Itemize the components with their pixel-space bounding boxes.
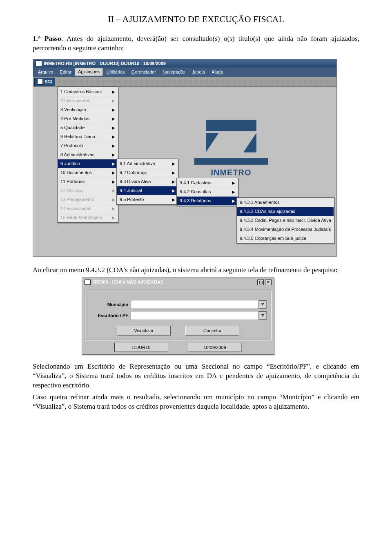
status-user: DIJUR10 — [114, 343, 168, 352]
menu-aplicacoes[interactable]: Aplicações — [75, 68, 103, 76]
submenu-arrow-icon: ▶ — [172, 179, 175, 185]
menu-item[interactable]: 3 Verificação▶ — [58, 105, 118, 114]
menu-item[interactable]: 9.4.3 Relatórios▶ — [177, 197, 238, 205]
menu-arquivo[interactable]: Arquivo — [35, 68, 56, 76]
menu-editar[interactable]: Editar — [56, 68, 75, 76]
menu-aplicacoes-dropdown[interactable]: 1 Cadastros Básicos▶2 Instrumentos▶3 Ver… — [57, 87, 118, 223]
page-title: II – AJUIZAMENTO DE EXECUÇÃO FISCAL — [33, 13, 359, 25]
toolbar: SGI — [33, 77, 336, 87]
app-icon — [36, 60, 42, 66]
workspace: INMETRO 1 Cadastros Básicos▶2 Instrument… — [33, 87, 336, 256]
submenu-arrow-icon: ▶ — [112, 206, 115, 212]
submenu-arrow-icon: ▶ — [112, 107, 115, 113]
inmetro-logo: INMETRO — [188, 120, 274, 178]
menu-item[interactable]: 9.2 Cobrança▶ — [117, 168, 178, 177]
visualizar-button[interactable]: Visualizar — [117, 326, 171, 336]
step-label: 1.° Passo — [33, 35, 61, 43]
submenu-arrow-icon: ▶ — [232, 180, 235, 186]
submenu-arrow-icon: ▶ — [172, 170, 175, 176]
menu-item[interactable]: 9.4.3.2 CDAs não ajuizadas — [237, 207, 334, 216]
menu-item[interactable]: 9.1 Administrativo▶ — [117, 159, 178, 168]
dialog-title: JR5360 - CDA's NÃO AJUIZADAS — [92, 279, 163, 285]
submenu-arrow-icon: ▶ — [112, 188, 115, 194]
titlebar-text: INMETRO-RS [INMETRO - DIJUR10] DIJUR10 -… — [44, 60, 166, 67]
dialog-titlebar: JR5360 - CDA's NÃO AJUIZADAS ▢ × — [82, 278, 274, 286]
menu-item[interactable]: 1 Cadastros Básicos▶ — [58, 87, 118, 96]
submenu-arrow-icon: ▶ — [172, 188, 175, 194]
menu-item[interactable]: 9 Jurídico▶ — [58, 159, 118, 168]
status-date: 10/09/2009 — [188, 343, 242, 352]
submenu-arrow-icon: ▶ — [232, 198, 235, 204]
submenu-arrow-icon: ▶ — [112, 170, 115, 176]
label-municipio: Município — [89, 302, 128, 308]
menu-item[interactable]: 9.4.3.5 Cobranças em Sub-judice — [237, 234, 334, 243]
dialog-icon — [85, 280, 91, 285]
menu-ajuda[interactable]: Ajuda — [208, 68, 226, 76]
submenu-arrow-icon: ▶ — [112, 125, 115, 131]
submenu-arrow-icon: ▶ — [112, 161, 115, 167]
submenu-arrow-icon: ▶ — [112, 89, 115, 95]
menu-item[interactable]: 11 Portarias▶ — [58, 177, 118, 186]
label-escritorio: Escritório / PF — [89, 313, 128, 319]
menu-juridico-submenu[interactable]: 9.1 Administrativo▶9.2 Cobrança▶9.3 Dívi… — [116, 159, 178, 205]
menu-navegacao[interactable]: Navegação — [159, 68, 189, 76]
sgi-label: SGI — [45, 79, 52, 85]
menu-item[interactable]: 4 Pré Medidos▶ — [58, 114, 118, 123]
menu-item[interactable]: 9.3 Dívida Ativa▶ — [117, 177, 178, 186]
menu-janela[interactable]: Janela — [189, 68, 208, 76]
menu-item[interactable]: 12 Oficinas▶ — [58, 186, 118, 195]
step-intro: 1.° Passo: Antes do ajuizamento, deverá(… — [33, 34, 359, 53]
menu-item[interactable]: 9.4 Judicial▶ — [117, 186, 178, 195]
sgi-icon — [37, 79, 43, 85]
menu-item[interactable]: 5 Qualidade▶ — [58, 123, 118, 132]
submenu-arrow-icon: ▶ — [232, 189, 235, 195]
titlebar: INMETRO-RS [INMETRO - DIJUR10] DIJUR10 -… — [33, 59, 336, 68]
submenu-arrow-icon: ▶ — [112, 116, 115, 122]
step-text: : Antes do ajuizamento, deverá(ão) ser c… — [33, 35, 359, 52]
menu-utilitarios[interactable]: Utilitários — [103, 68, 128, 76]
logo-text: INMETRO — [188, 167, 274, 178]
menu-relatorios-submenu[interactable]: 9.4.3.1 Andamentos9.4.3.2 CDAs não ajuiz… — [236, 197, 334, 244]
submenu-arrow-icon: ▶ — [112, 197, 115, 203]
close-button[interactable]: × — [265, 280, 272, 285]
menu-item[interactable]: 9.4.3.4 Movimentação de Processos Judici… — [237, 225, 334, 234]
submenu-arrow-icon: ▶ — [112, 179, 115, 185]
menu-item[interactable]: 8 Administrativas▶ — [58, 150, 118, 159]
menu-item[interactable]: 9.5 Protesto▶ — [117, 195, 178, 204]
maximize-button[interactable]: ▢ — [257, 280, 264, 285]
mid-text: Ao clicar no menu 9.4.3.2 (CDA's não aju… — [33, 266, 359, 275]
submenu-arrow-icon: ▶ — [112, 215, 115, 221]
menu-item[interactable]: 9.4.3.3 Cadin, Pagos e não Inscr. Dívida… — [237, 216, 334, 225]
menubar[interactable]: Arquivo Editar Aplicações Utilitários Ge… — [33, 67, 336, 77]
dropdown-icon[interactable]: ⧩ — [258, 300, 266, 309]
menu-item[interactable]: 7 Protocolo▶ — [58, 141, 118, 150]
toolbar-sgi-button[interactable]: SGI — [34, 78, 55, 86]
escritorio-field[interactable]: ⧩ — [131, 311, 267, 320]
form-panel: Município ⧩ Escritório / PF ⧩ Visualizar… — [85, 291, 272, 340]
submenu-arrow-icon: ▶ — [112, 152, 115, 158]
menu-item[interactable]: 9.4.3.1 Andamentos — [237, 198, 334, 207]
dropdown-icon[interactable]: ⧩ — [258, 311, 266, 320]
status-bar: DIJUR10 10/09/2009 — [85, 340, 272, 353]
menu-item[interactable]: 15 Rede Metrológica▶ — [58, 213, 118, 222]
menu-item[interactable]: 2 Instrumentos▶ — [58, 96, 118, 105]
submenu-arrow-icon: ▶ — [112, 134, 115, 140]
menu-item[interactable]: 6 Relatório Diário▶ — [58, 132, 118, 141]
submenu-arrow-icon: ▶ — [112, 143, 115, 149]
screenshot-app-window: INMETRO-RS [INMETRO - DIJUR10] DIJUR10 -… — [33, 59, 337, 257]
menu-item[interactable]: 9.4.1 Cadastros▶ — [177, 179, 238, 188]
final-paragraph-1: Selecionando um Escritório de Representa… — [33, 362, 359, 390]
submenu-arrow-icon: ▶ — [112, 98, 115, 104]
menu-item[interactable]: 13 Planejamento▶ — [58, 195, 118, 204]
final-paragraph-2: Caso queira refinar ainda mais o resulta… — [33, 393, 359, 412]
cancelar-button[interactable]: Cancelar — [185, 326, 239, 336]
submenu-arrow-icon: ▶ — [172, 161, 175, 167]
menu-item[interactable]: 14 Fiscalização▶ — [58, 204, 118, 213]
menu-item[interactable]: 9.4.2 Consultas▶ — [177, 188, 238, 197]
menu-gerenciador[interactable]: Gerenciador — [128, 68, 160, 76]
submenu-arrow-icon: ▶ — [172, 197, 175, 203]
municipio-field[interactable]: ⧩ — [131, 300, 267, 309]
screenshot-dialog: JR5360 - CDA's NÃO AJUIZADAS ▢ × Municíp… — [82, 277, 274, 355]
menu-item[interactable]: 10 Documentos▶ — [58, 168, 118, 177]
menu-judicial-submenu[interactable]: 9.4.1 Cadastros▶9.4.2 Consultas▶9.4.3 Re… — [176, 178, 238, 206]
